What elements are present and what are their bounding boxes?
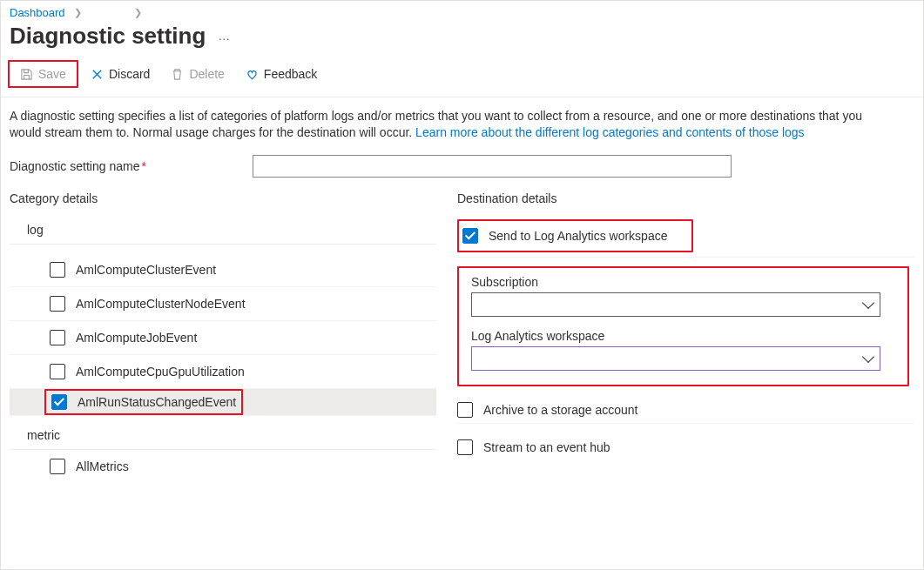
chevron-right-icon: ❯ xyxy=(134,7,142,18)
chevron-down-icon xyxy=(862,297,874,309)
dest-label: Stream to an event hub xyxy=(483,440,610,454)
delete-icon xyxy=(171,68,184,81)
log-item[interactable]: AmlComputeClusterEvent xyxy=(10,253,436,287)
highlight-workspace-section: Subscription Log Analytics workspace xyxy=(457,266,909,386)
dest-eventhub[interactable]: Stream to an event hub xyxy=(457,434,914,460)
setting-name-label: Diagnostic setting name* xyxy=(10,159,146,173)
more-actions-button[interactable]: … xyxy=(218,29,232,44)
highlight-selected-log: AmlRunStatusChangedEvent xyxy=(44,389,243,415)
log-item[interactable]: AmlRunStatusChangedEvent xyxy=(10,389,436,416)
discard-button[interactable]: Discard xyxy=(82,64,158,84)
highlight-log-analytics: Send to Log Analytics workspace xyxy=(457,219,693,252)
metric-header: metric xyxy=(10,421,436,450)
chevron-right-icon: ❯ xyxy=(74,7,82,18)
workspace-label: Log Analytics workspace xyxy=(471,329,895,343)
close-icon xyxy=(91,68,104,81)
log-label: AmlRunStatusChangedEvent xyxy=(78,395,236,409)
dest-label: Archive to a storage account xyxy=(483,403,637,417)
highlight-save: Save xyxy=(8,60,78,88)
log-item[interactable]: AmlComputeClusterNodeEvent xyxy=(10,287,436,321)
title-row: Diagnostic setting … xyxy=(1,19,923,57)
metric-item[interactable]: AllMetrics xyxy=(10,450,436,483)
dest-storage[interactable]: Archive to a storage account xyxy=(457,397,914,424)
log-label: AmlComputeClusterEvent xyxy=(76,263,216,277)
log-header: log xyxy=(10,219,436,245)
category-details-header: Category details xyxy=(10,191,436,205)
breadcrumb: Dashboard ❯ ❯ xyxy=(1,1,923,19)
checkbox[interactable] xyxy=(51,394,67,410)
description-text: A diagnostic setting specifies a list of… xyxy=(1,97,872,150)
setting-name-row: Diagnostic setting name* xyxy=(1,150,923,186)
dest-label: Send to Log Analytics workspace xyxy=(489,229,667,243)
checkbox[interactable] xyxy=(50,330,65,345)
setting-name-input[interactable] xyxy=(253,155,732,178)
log-item[interactable]: AmlComputeCpuGpuUtilization xyxy=(10,355,436,389)
log-label: AmlComputeJobEvent xyxy=(76,331,197,345)
metric-label: AllMetrics xyxy=(76,459,129,473)
toolbar: Save Discard Delete Feedback xyxy=(1,57,923,97)
heart-icon xyxy=(246,68,259,81)
chevron-down-icon xyxy=(862,351,874,363)
save-icon xyxy=(20,68,33,81)
checkbox[interactable] xyxy=(50,262,65,278)
dest-log-analytics[interactable]: Send to Log Analytics workspace xyxy=(462,223,667,249)
learn-more-link[interactable]: Learn more about the different log categ… xyxy=(415,125,804,139)
checkbox[interactable] xyxy=(457,402,473,418)
log-label: AmlComputeCpuGpuUtilization xyxy=(76,365,245,379)
delete-button[interactable]: Delete xyxy=(162,64,233,84)
save-button[interactable]: Save xyxy=(11,64,75,84)
checkbox[interactable] xyxy=(50,459,65,474)
checkbox[interactable] xyxy=(50,296,65,312)
log-label: AmlComputeClusterNodeEvent xyxy=(76,297,246,311)
workspace-select[interactable] xyxy=(471,346,880,371)
checkbox[interactable] xyxy=(462,228,478,244)
subscription-select[interactable] xyxy=(471,292,880,317)
subscription-label: Subscription xyxy=(471,275,895,289)
checkbox[interactable] xyxy=(50,364,65,379)
checkbox[interactable] xyxy=(457,439,473,455)
destination-details-header: Destination details xyxy=(457,191,914,205)
log-item[interactable]: AmlComputeJobEvent xyxy=(10,321,436,355)
breadcrumb-dashboard[interactable]: Dashboard xyxy=(10,6,65,19)
feedback-button[interactable]: Feedback xyxy=(237,64,326,84)
page-title: Diagnostic setting xyxy=(10,23,206,50)
